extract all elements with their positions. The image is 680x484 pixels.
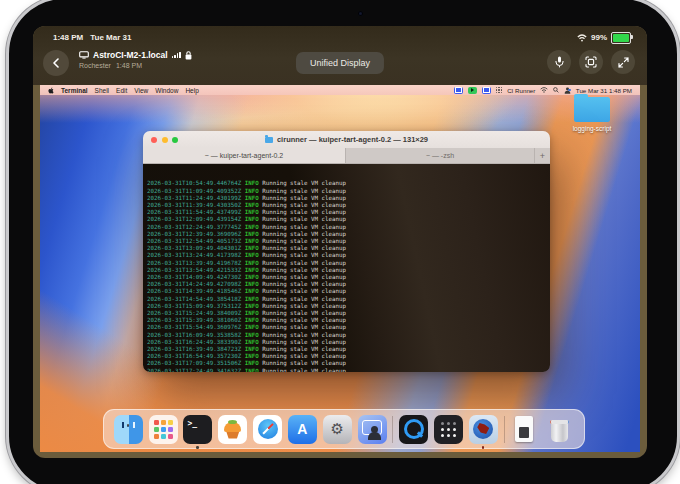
- log-line: 2026-03-31T16:09:49.353858Z INFO Running…: [147, 332, 550, 339]
- muffin-shape: [226, 432, 239, 439]
- dock-separator: [504, 416, 505, 443]
- menu-window[interactable]: Window: [155, 87, 178, 94]
- connection-info[interactable]: AstroCI-M2-1.local Rochester 1:48 PM: [79, 50, 192, 69]
- gear-glyph: ⚙: [330, 422, 343, 437]
- zoom-window-button[interactable]: [172, 137, 178, 143]
- ipad-screen: 1:48 PM Tue Mar 31 99%: [33, 26, 647, 458]
- log-line: 2026-03-31T17:09:49.351506Z INFO Running…: [147, 360, 550, 367]
- ci-runner-status-item[interactable]: CI Runner: [507, 87, 535, 94]
- frame-capture-button[interactable]: [579, 50, 603, 74]
- status-date: Tue Mar 31: [90, 33, 131, 42]
- terminal-icon[interactable]: >_: [183, 415, 212, 444]
- documents-icon[interactable]: [510, 415, 539, 444]
- log-line: 2026-03-31T14:09:49.424730Z INFO Running…: [147, 274, 550, 281]
- user-dot: [568, 89, 571, 92]
- remote-mac-display: TerminalShellEditViewWindowHelp CI Runne…: [40, 85, 640, 452]
- log-line: 2026-03-31T12:24:49.377745Z INFO Running…: [147, 224, 550, 231]
- log-line: 2026-03-31T14:54:49.385418Z INFO Running…: [147, 296, 550, 303]
- tab-kuiper-tart-agent[interactable]: ~ — kuiper-tart-agent-0.2: [143, 148, 346, 163]
- fullscreen-button[interactable]: [611, 50, 635, 74]
- safari-icon[interactable]: [253, 415, 282, 444]
- log-line: 2026-03-31T15:39:49.381060Z INFO Running…: [147, 317, 550, 324]
- screens-status-icon[interactable]: [454, 87, 463, 94]
- log-line: 2026-03-31T13:39:49.419678Z INFO Running…: [147, 260, 550, 267]
- kuiper-icon[interactable]: [469, 415, 498, 444]
- menu-help[interactable]: Help: [185, 87, 198, 94]
- log-line: 2026-03-31T12:39:49.369096Z INFO Running…: [147, 231, 550, 238]
- log-line: 2026-03-31T15:54:49.360976Z INFO Running…: [147, 324, 550, 331]
- battery-percent: 99%: [591, 33, 607, 42]
- log-line: 2026-03-31T12:54:49.405173Z INFO Running…: [147, 238, 550, 245]
- apple-menu-icon[interactable]: [48, 87, 54, 94]
- q-ring-shape: [404, 419, 424, 439]
- mac-menu-bar: TerminalShellEditViewWindowHelp CI Runne…: [40, 85, 640, 95]
- menubar-wifi-icon[interactable]: [540, 87, 548, 93]
- log-line: 2026-03-31T16:54:49.357230Z INFO Running…: [147, 353, 550, 360]
- log-line: 2026-03-31T16:39:49.384723Z INFO Running…: [147, 346, 550, 353]
- menu-terminal[interactable]: Terminal: [61, 87, 88, 94]
- menu-bar-menus: TerminalShellEditViewWindowHelp: [61, 87, 199, 94]
- tart-icon[interactable]: [218, 415, 247, 444]
- front-camera: [358, 11, 363, 16]
- terminal-tab-bar: ~ — kuiper-tart-agent-0.2 ~ — -zsh +: [143, 148, 550, 164]
- unified-display-button[interactable]: Unified Display: [296, 52, 384, 74]
- ipad-status-bar: 1:48 PM Tue Mar 31 99%: [33, 26, 647, 46]
- log-line: 2026-03-31T11:39:49.430350Z INFO Running…: [147, 202, 550, 209]
- log-line: 2026-03-31T11:09:49.409352Z INFO Running…: [147, 188, 550, 195]
- trash-icon[interactable]: [545, 415, 574, 444]
- grid-status-icon[interactable]: [496, 87, 502, 93]
- menu-shell[interactable]: Shell: [95, 87, 109, 94]
- globe-dog-shape: [473, 419, 493, 439]
- terminal-log: 2026-03-31T10:54:49.446764Z INFO Running…: [147, 180, 550, 372]
- play-status-icon[interactable]: [468, 87, 477, 94]
- finder-icon[interactable]: [114, 415, 143, 444]
- battery-icon: [611, 32, 631, 44]
- minimize-window-button[interactable]: [162, 137, 168, 143]
- quicktime-icon[interactable]: [399, 415, 428, 444]
- person-shape: [371, 426, 378, 433]
- dock-separator: [392, 416, 393, 443]
- system-settings-icon[interactable]: ⚙: [323, 415, 352, 444]
- log-line: 2026-03-31T15:09:49.375312Z INFO Running…: [147, 303, 550, 310]
- proxy-folder-icon: [265, 137, 273, 143]
- close-window-button[interactable]: [151, 137, 157, 143]
- app-store-icon[interactable]: A: [288, 415, 317, 444]
- session-toolbar: AstroCI-M2-1.local Rochester 1:48 PM Uni…: [33, 46, 647, 88]
- terminal-content[interactable]: 2026-03-31T10:54:49.446764Z INFO Running…: [143, 164, 550, 372]
- back-button[interactable]: [43, 50, 69, 76]
- folder-icon: [574, 97, 610, 122]
- menubar-clock[interactable]: Tue Mar 31 1:48 PM: [576, 87, 632, 94]
- remote-session-header: 1:48 PM Tue Mar 31 99%: [33, 26, 647, 85]
- log-line: 2026-03-31T14:24:49.427098Z INFO Running…: [147, 281, 550, 288]
- log-line: 2026-03-31T11:54:49.437499Z INFO Running…: [147, 209, 550, 216]
- lock-icon: [185, 51, 192, 60]
- user-switch-icon[interactable]: [564, 87, 571, 94]
- terminal-window[interactable]: cirunner — kuiper-tart-agent-0.2 — 131×2…: [143, 131, 550, 372]
- log-line: 2026-03-31T13:09:49.404301Z INFO Running…: [147, 245, 550, 252]
- session-time: 1:48 PM: [116, 62, 142, 69]
- log-line: 2026-03-31T12:09:49.439154Z INFO Running…: [147, 216, 550, 223]
- tab-zsh[interactable]: ~ — -zsh: [346, 148, 535, 163]
- launchpad-icon[interactable]: [149, 415, 178, 444]
- new-tab-button[interactable]: +: [535, 148, 550, 163]
- display-status-icon[interactable]: [482, 87, 491, 94]
- status-time: 1:48 PM: [53, 33, 83, 42]
- desktop-folder-logging-script[interactable]: logging-script: [560, 97, 624, 132]
- spotlight-search-icon[interactable]: [553, 87, 559, 93]
- compass-shape: [258, 419, 278, 439]
- window-controls: [151, 137, 178, 143]
- ipad-device-frame: 1:48 PM Tue Mar 31 99%: [6, 0, 680, 484]
- log-line: 2026-03-31T11:24:49.430199Z INFO Running…: [147, 195, 550, 202]
- menu-view[interactable]: View: [134, 87, 148, 94]
- terminal-title-bar[interactable]: cirunner — kuiper-tart-agent-0.2 — 131×2…: [143, 131, 550, 148]
- mac-dock: >_ A ⚙: [103, 409, 585, 449]
- menu-edit[interactable]: Edit: [116, 87, 127, 94]
- ci-runner-grid-icon[interactable]: [434, 415, 463, 444]
- log-line: 2026-03-31T10:54:49.446764Z INFO Running…: [147, 180, 550, 187]
- screen-sharing-icon[interactable]: [358, 415, 387, 444]
- log-line: 2026-03-31T13:54:49.421533Z INFO Running…: [147, 267, 550, 274]
- signal-bars-icon: [172, 52, 181, 59]
- log-line: 2026-03-31T17:24:49.341632Z INFO Running…: [147, 368, 550, 372]
- microphone-button[interactable]: [547, 50, 571, 74]
- log-line: 2026-03-31T15:24:49.384009Z INFO Running…: [147, 310, 550, 317]
